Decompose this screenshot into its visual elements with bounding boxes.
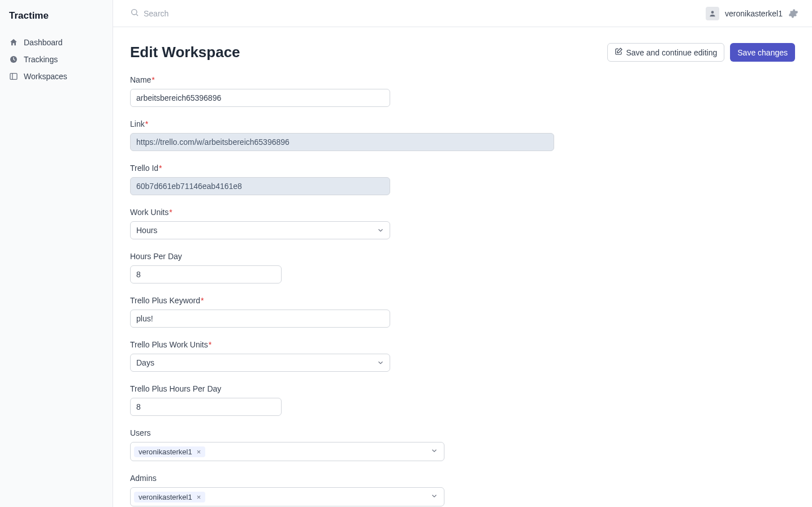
required-mark: * [159, 164, 162, 173]
work-units-select[interactable]: Hours [130, 221, 390, 239]
avatar[interactable] [706, 7, 719, 20]
user-tag: veronikasterkel1 × [134, 446, 205, 457]
required-mark: * [169, 208, 172, 217]
username[interactable]: veronikasterkel1 [725, 9, 783, 18]
label-work-units: Work Units* [130, 208, 795, 217]
label-trello-plus-keyword: Trello Plus Keyword* [130, 296, 795, 305]
user-tag-label: veronikasterkel1 [139, 448, 192, 456]
remove-tag-icon[interactable]: × [195, 493, 204, 501]
field-hours-per-day: Hours Per Day [130, 252, 795, 283]
sidebar-item-label: Workspaces [24, 72, 67, 81]
trello-plus-work-units-select[interactable]: Days [130, 354, 390, 372]
field-users: Users veronikasterkel1 × [130, 428, 795, 461]
sidebar: Tractime Dashboard Trackings Workspaces [0, 0, 113, 507]
trello-plus-hours-per-day-input[interactable] [130, 398, 282, 416]
main: veronikasterkel1 Edit Workspace Save and… [113, 0, 812, 507]
remove-tag-icon[interactable]: × [195, 448, 204, 456]
svg-point-3 [132, 10, 137, 15]
gear-icon[interactable] [788, 8, 798, 19]
label-trello-id: Trello Id* [130, 164, 795, 173]
label-name: Name* [130, 75, 795, 84]
clock-icon [9, 55, 18, 64]
save-continue-label: Save and continue editing [626, 48, 717, 57]
edit-icon [615, 48, 623, 57]
topbar-right: veronikasterkel1 [706, 7, 798, 20]
topbar: veronikasterkel1 [113, 0, 812, 27]
sidebar-item-dashboard[interactable]: Dashboard [0, 34, 113, 51]
name-input[interactable] [130, 89, 390, 107]
admin-tag: veronikasterkel1 × [134, 492, 205, 502]
save-label: Save changes [737, 48, 788, 57]
page-title: Edit Workspace [130, 44, 240, 61]
search-input[interactable] [144, 9, 313, 18]
save-button[interactable]: Save changes [730, 43, 795, 62]
sidebar-item-workspaces[interactable]: Workspaces [0, 68, 113, 85]
svg-point-5 [711, 11, 714, 14]
trello-id-input [130, 177, 390, 195]
page-actions: Save and continue editing Save changes [607, 43, 795, 62]
field-name: Name* [130, 75, 795, 107]
label-trello-plus-work-units: Trello Plus Work Units* [130, 340, 795, 349]
label-link: Link* [130, 119, 795, 128]
label-admins: Admins [130, 474, 795, 483]
content: Edit Workspace Save and continue editing… [113, 27, 812, 507]
brand-title: Tractime [0, 10, 113, 34]
required-mark: * [152, 75, 154, 84]
field-trello-plus-work-units: Trello Plus Work Units* Days [130, 340, 795, 372]
field-admins: Admins veronikasterkel1 × [130, 474, 795, 506]
sidebar-item-label: Dashboard [24, 38, 63, 47]
home-icon [9, 38, 18, 47]
svg-line-4 [136, 14, 138, 16]
sidebar-item-label: Trackings [24, 55, 58, 64]
field-link: Link* [130, 119, 795, 151]
required-mark: * [201, 296, 204, 305]
required-mark: * [145, 119, 148, 128]
hours-per-day-input[interactable] [130, 265, 282, 283]
label-users: Users [130, 428, 795, 437]
admin-tag-label: veronikasterkel1 [139, 493, 192, 501]
field-trello-plus-keyword: Trello Plus Keyword* [130, 296, 795, 328]
users-multiselect[interactable]: veronikasterkel1 × [130, 442, 444, 461]
search-icon [130, 8, 139, 19]
search-wrap [130, 8, 699, 19]
chevron-down-icon [430, 492, 438, 502]
field-trello-plus-hours-per-day: Trello Plus Hours Per Day [130, 384, 795, 416]
chevron-down-icon [430, 447, 438, 457]
admins-multiselect[interactable]: veronikasterkel1 × [130, 487, 444, 506]
label-trello-plus-hours-per-day: Trello Plus Hours Per Day [130, 384, 795, 393]
link-input [130, 133, 554, 151]
field-work-units: Work Units* Hours [130, 208, 795, 239]
save-continue-button[interactable]: Save and continue editing [607, 43, 724, 62]
svg-rect-1 [10, 74, 17, 80]
layout-icon [9, 72, 18, 81]
sidebar-item-trackings[interactable]: Trackings [0, 51, 113, 68]
label-hours-per-day: Hours Per Day [130, 252, 795, 261]
page-header: Edit Workspace Save and continue editing… [130, 43, 795, 62]
trello-plus-keyword-input[interactable] [130, 310, 390, 328]
field-trello-id: Trello Id* [130, 164, 795, 195]
required-mark: * [209, 340, 211, 349]
